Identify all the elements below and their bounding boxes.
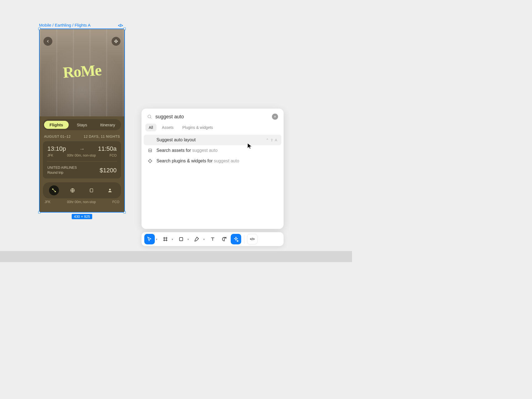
airline-name: UNITED AIRLINES <box>47 165 77 170</box>
flight-card[interactable]: 13:10p → 11:50a JFK 00hr 00m, non-stop F… <box>43 141 121 178</box>
notebook-icon <box>89 188 94 193</box>
footer-codes: JFK 00hr 00m, non-stop FCO <box>45 200 119 204</box>
globe-icon <box>70 188 75 193</box>
chevron-down-icon[interactable]: ▾ <box>187 238 189 241</box>
trip-type: Round trip <box>47 170 77 175</box>
result-label: Search plugins & widgets for suggest aut… <box>156 158 239 163</box>
destination-title: RoMe <box>62 61 102 81</box>
search-icon <box>147 114 152 119</box>
footer-stops: 00hr 00m, non-stop <box>67 200 96 204</box>
nav-profile[interactable] <box>105 185 115 195</box>
divider <box>47 161 117 162</box>
move-button[interactable] <box>112 37 120 46</box>
arrival-code: FCO <box>110 154 117 157</box>
pen-tool[interactable] <box>192 234 202 244</box>
result-suggest-auto-layout[interactable]: Suggest auto layout ⌃ ⇧ A <box>144 135 281 145</box>
tab-itinerary[interactable]: Itinerary <box>95 121 120 129</box>
square-icon <box>178 236 184 242</box>
result-search-assets[interactable]: Search assets for suggest auto <box>144 145 281 156</box>
chevron-down-icon[interactable]: ▾ <box>203 238 205 241</box>
filter-plugins[interactable]: Plugins & widgets <box>179 124 217 131</box>
main-toolbar: ▾ ▾ ▾ ▾ </> <box>142 232 284 246</box>
result-search-plugins[interactable]: Search plugins & widgets for suggest aut… <box>144 156 281 166</box>
departure-code: JFK <box>47 154 53 157</box>
shape-tool[interactable] <box>176 234 186 244</box>
person-icon <box>107 188 112 193</box>
pen-icon <box>194 236 200 242</box>
frame-icon <box>163 236 168 242</box>
shortcut: ⌃ ⇧ A <box>266 138 277 142</box>
clear-button[interactable] <box>272 114 278 120</box>
move-icon <box>114 39 118 44</box>
text-icon <box>210 236 215 242</box>
nav-flights[interactable] <box>49 185 59 195</box>
comment-tool[interactable] <box>219 234 230 244</box>
result-label: Search assets for suggest auto <box>156 148 218 153</box>
cursor-icon <box>147 236 152 242</box>
actions-tool[interactable] <box>231 234 241 244</box>
move-tool[interactable] <box>144 234 155 244</box>
x-icon <box>274 115 276 118</box>
stops-text: 00hr 00m, non-stop <box>67 154 96 157</box>
footer-dep: JFK <box>45 200 50 204</box>
chevron-down-icon[interactable]: ▾ <box>172 238 173 241</box>
tab-flights[interactable]: Flights <box>44 121 69 129</box>
results-list: Suggest auto layout ⌃ ⇧ A Search assets … <box>142 135 284 166</box>
action-palette: All Assets Plugins & widgets Suggest aut… <box>142 109 284 229</box>
date-duration: 12 DAYS, 11 NIGHTS <box>84 135 120 139</box>
canvas-bottom-strip <box>0 251 352 262</box>
image-icon <box>148 148 153 153</box>
filter-all[interactable]: All <box>145 124 156 131</box>
arrival-time: 11:50a <box>98 145 117 152</box>
airline-row: UNITED AIRLINES Round trip $1200 <box>47 165 117 175</box>
arrow-right-icon: → <box>79 146 85 152</box>
date-range: AUGUST 01–12 <box>44 135 71 139</box>
nav-journal[interactable] <box>86 185 96 195</box>
dev-mode-icon[interactable]: </> <box>118 23 123 28</box>
footer-arr: FCO <box>112 200 119 204</box>
svg-rect-7 <box>179 237 183 241</box>
flight-meta: JFK 00hr 00m, non-stop FCO <box>47 154 117 157</box>
nav-globe[interactable] <box>68 185 78 195</box>
svg-rect-6 <box>149 149 152 152</box>
svg-rect-3 <box>90 189 93 192</box>
sparkle-icon <box>233 236 239 242</box>
mouse-cursor-icon <box>247 143 252 149</box>
flights-panel: Flights Stays Itinerary AUGUST 01–12 12 … <box>40 116 124 212</box>
text-tool[interactable] <box>207 234 218 244</box>
price: $1200 <box>100 167 117 174</box>
bottom-nav <box>43 182 121 198</box>
svg-point-4 <box>109 189 111 190</box>
route-icon <box>52 188 56 193</box>
filter-tabs: All Assets Plugins & widgets <box>142 124 284 135</box>
search-row <box>142 109 284 124</box>
selected-frame[interactable]: 430 × 925 RoMe Flights Stays Itinerary A… <box>40 29 124 212</box>
frame-tool[interactable] <box>160 234 171 244</box>
trip-tabs: Flights Stays Itinerary <box>43 119 121 130</box>
code-icon: </> <box>250 237 255 241</box>
hero-image: RoMe <box>40 29 124 116</box>
chevron-down-icon[interactable]: ▾ <box>156 238 157 241</box>
back-button[interactable] <box>43 37 52 46</box>
svg-point-5 <box>148 115 151 118</box>
departure-time: 13:10p <box>47 145 66 152</box>
puzzle-icon <box>148 159 153 163</box>
flight-times: 13:10p → 11:50a <box>47 145 117 152</box>
toolbar-divider <box>244 235 244 243</box>
tab-stays[interactable]: Stays <box>70 121 94 129</box>
result-label: Suggest auto layout <box>156 137 196 142</box>
date-summary: AUGUST 01–12 12 DAYS, 11 NIGHTS <box>44 135 120 139</box>
frame-breadcrumb[interactable]: Mobile / Earthling / Flights A <box>39 23 91 27</box>
arrow-left-icon <box>46 39 50 44</box>
filter-assets[interactable]: Assets <box>159 124 177 131</box>
search-input[interactable] <box>155 114 269 120</box>
comment-icon <box>222 236 227 242</box>
dimension-badge: 430 × 925 <box>72 214 92 219</box>
dev-mode-toggle[interactable]: </> <box>247 234 258 244</box>
